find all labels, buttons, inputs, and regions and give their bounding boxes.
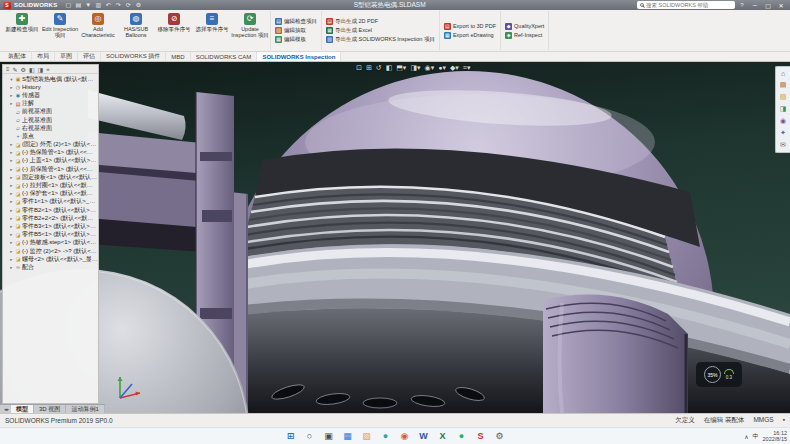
tree-item[interactable]: ▸ ◉ 传感器 (3, 91, 98, 99)
undo-icon[interactable]: ↶ (104, 1, 112, 10)
expand-arrow-icon[interactable]: ▸ (9, 232, 14, 237)
open-document-icon[interactable]: ▤ (74, 1, 82, 10)
expand-arrow-icon[interactable]: ▾ (9, 77, 14, 82)
zoom-area-icon[interactable]: ⊞ (366, 64, 372, 72)
design-library-tab-icon[interactable]: ▤ (780, 81, 787, 89)
featuremanager-tab-icon[interactable]: ≡ (6, 66, 10, 72)
expand-arrow-icon[interactable]: ▸ (9, 101, 14, 106)
expand-arrow-icon[interactable]: ▸ (9, 142, 14, 147)
tray-clock[interactable]: 16:12 2022/8/15 (763, 430, 787, 442)
section-view-icon[interactable]: ◧ (386, 64, 393, 72)
appearances-tab-icon[interactable]: ◉ (780, 117, 786, 125)
edge-button[interactable]: ● (379, 429, 393, 443)
expand-arrow-icon[interactable]: ▸ (9, 265, 14, 270)
wechat-button[interactable]: ● (455, 429, 469, 443)
expand-arrow-icon[interactable]: ▸ (9, 224, 14, 229)
browser-button[interactable]: ◉ (398, 429, 412, 443)
expand-arrow-icon[interactable]: ▸ (9, 208, 14, 213)
export-2d-pdf-button[interactable]: ▤ 导出生成 2D PDF (326, 18, 435, 25)
zoom-fit-icon[interactable]: ⊡ (356, 64, 362, 72)
model-tab[interactable]: 运动算例1 (66, 405, 104, 413)
3d-model-canvas[interactable] (0, 62, 790, 413)
update-inspection-button[interactable]: ⟳ Update Inspection 项目 (231, 11, 269, 50)
rebuild-icon[interactable]: ⟳ (124, 1, 132, 10)
remove-balloons-button[interactable]: ⊘ 移除零件序号 (155, 11, 193, 50)
expand-arrow-icon[interactable]: ▸ (9, 199, 14, 204)
expand-arrow-icon[interactable]: ▸ (9, 257, 14, 262)
view-settings-icon[interactable]: ≡▾ (463, 64, 471, 72)
options-icon[interactable]: ⚙ (134, 1, 142, 10)
scene-icon[interactable]: ◆▾ (450, 64, 459, 72)
ime-indicator[interactable]: 中 (753, 432, 759, 441)
close-button[interactable]: ✕ (775, 1, 787, 10)
commandmanager-tab[interactable]: 草图 (55, 52, 78, 61)
tray-chevron-icon[interactable]: ∧ (744, 433, 748, 440)
tab-scroll-arrows[interactable]: ◂▸ (2, 405, 11, 413)
export-3d-pdf-button[interactable]: ▤ Export to 3D PDF (444, 23, 496, 30)
save-icon[interactable]: ▼ (84, 1, 92, 10)
qualityxpert-button[interactable]: ◆ QualityXpert (505, 23, 544, 30)
commandmanager-tab[interactable]: 布局 (32, 52, 55, 61)
display-style-icon[interactable]: ◨▾ (410, 64, 420, 72)
task-view-button[interactable]: ▣ (322, 429, 336, 443)
expand-arrow-icon[interactable]: ▸ (9, 93, 14, 98)
add-characteristic-button[interactable]: ◎ Add Characteristic (79, 11, 117, 50)
start-button[interactable]: ⊞ (284, 429, 298, 443)
file-explorer-button[interactable]: ▧ (360, 429, 374, 443)
model-tab[interactable]: 模型 (11, 405, 34, 413)
solidworks-logo-icon[interactable]: S (3, 2, 11, 9)
commandmanager-tab[interactable]: SOLIDWORKS 插件 (101, 52, 166, 61)
commandmanager-tab[interactable]: 装配体 (3, 52, 32, 61)
tree-item[interactable]: ▱ 右视基准面 (3, 124, 98, 132)
displaymanager-tab-icon[interactable]: ◨ (38, 66, 44, 73)
expand-arrow-icon[interactable]: ▸ (9, 191, 14, 196)
redo-icon[interactable]: ↷ (114, 1, 122, 10)
custom-properties-tab-icon[interactable]: ✦ (780, 129, 786, 137)
solidworks-button[interactable]: S (474, 429, 488, 443)
expand-arrow-icon[interactable]: ▸ (9, 85, 14, 90)
minimize-button[interactable]: ─ (749, 1, 761, 10)
expand-arrow-icon[interactable]: ▸ (9, 216, 14, 221)
appearance-icon[interactable]: ●▾ (438, 64, 446, 72)
commandmanager-tab[interactable]: SOLIDWORKS Inspection (257, 52, 341, 61)
expand-arrow-icon[interactable]: ▸ (9, 167, 14, 172)
commandmanager-tab[interactable]: MBD (166, 52, 190, 61)
help-search-input[interactable] (646, 2, 732, 8)
configurationmanager-tab-icon[interactable]: ⚙ (21, 66, 26, 73)
search-button[interactable]: ○ (303, 429, 317, 443)
tree-item[interactable]: ▸ ◪ 螺母<2> (默认<<默认>_显示状态 (3, 255, 98, 263)
export-edrawing-button[interactable]: ▦ Export eDrawing (444, 32, 496, 39)
ref-inspect-button[interactable]: ◈ Ref-Inspect (505, 32, 544, 39)
print-icon[interactable]: ▥ (94, 1, 102, 10)
edit-inspection-project-button[interactable]: ✎ Edit Inspection 项目 (41, 11, 79, 50)
forum-tab-icon[interactable]: ✉ (780, 141, 786, 149)
view-orientation-icon[interactable]: ⬒▾ (396, 64, 406, 72)
model-tab[interactable]: 3D 视图 (34, 405, 66, 413)
view-palette-tab-icon[interactable]: ◨ (780, 105, 787, 113)
tree-item[interactable]: ▸ ∞ 配合 (3, 263, 98, 271)
select-balloons-button[interactable]: ≡ 选择零件序号 (193, 11, 231, 50)
new-document-icon[interactable]: ▢ (64, 1, 72, 10)
expand-arrow-icon[interactable]: ▸ (9, 240, 14, 245)
new-inspection-project-button[interactable]: ✚ 新建检查项目 (3, 11, 41, 50)
has-sub-balloons-button[interactable]: ◍ HAS/SUB Balloons (117, 11, 155, 50)
hide-show-icon[interactable]: ◉▾ (425, 64, 435, 72)
expand-tabs-icon[interactable]: » (46, 66, 49, 72)
expand-arrow-icon[interactable]: ▸ (9, 175, 14, 180)
help-icon[interactable]: ? (738, 2, 746, 8)
expand-arrow-icon[interactable]: ▸ (9, 158, 14, 163)
propertymanager-tab-icon[interactable]: ✎ (13, 66, 18, 73)
tree-item[interactable]: ▸ ◷ History (3, 83, 98, 91)
expand-arrow-icon[interactable]: ▸ (9, 150, 14, 155)
export-excel-button[interactable]: ▦ 导出生成 Excel (326, 27, 435, 34)
commandmanager-tab[interactable]: SOLIDWORKS CAM (191, 52, 258, 61)
expand-arrow-icon[interactable]: ▸ (9, 183, 14, 188)
export-inspection-project-button[interactable]: ▥ 导出生成 SOLIDWORKS Inspection 项目 (326, 36, 435, 43)
word-button[interactable]: W (417, 429, 431, 443)
expand-arrow-icon[interactable]: ▸ (9, 249, 14, 254)
file-explorer-tab-icon[interactable]: ▧ (780, 93, 787, 101)
tree-item[interactable]: ▾ ▣ S型铠装热电偶 (默认<默认>_显示状态-1 (3, 75, 98, 83)
edit-inspection-report-button[interactable]: ▤ 编辑检查项目 (275, 18, 317, 25)
edit-template-button[interactable]: ▦ 编辑模板 (275, 36, 317, 43)
dimxpert-tab-icon[interactable]: ◧ (29, 66, 35, 73)
